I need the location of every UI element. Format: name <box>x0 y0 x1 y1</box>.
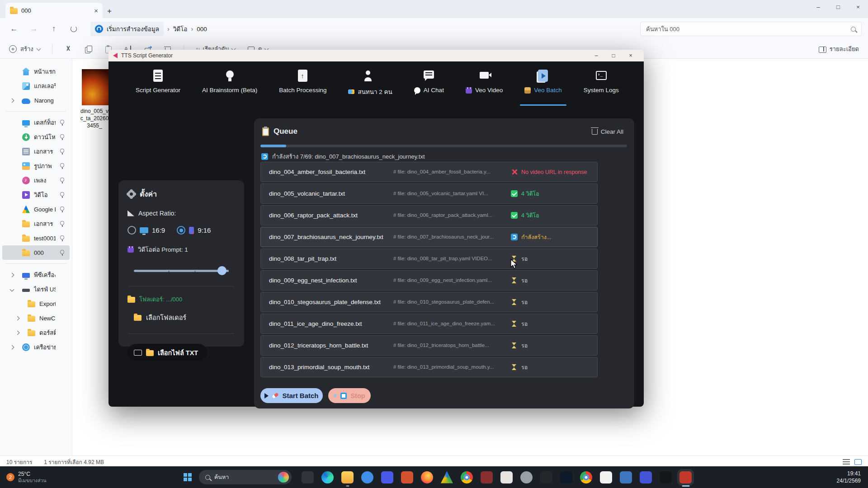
theater-masks-icon <box>348 89 354 95</box>
taskbar-app-icon[interactable] <box>481 471 493 483</box>
taskbar-app-icon[interactable] <box>520 471 533 483</box>
sidebar-item[interactable]: NewChannel <box>2 311 70 325</box>
minimize-button[interactable]: – <box>808 0 828 14</box>
sidebar-item[interactable]: เครือข่าย <box>2 340 70 354</box>
aspect-16-9-option[interactable]: 16:9 <box>127 226 165 235</box>
taskbar-app-icon[interactable] <box>321 471 334 483</box>
dialog-maximize-button[interactable]: □ <box>605 50 622 61</box>
chevron-icon[interactable] <box>10 287 14 291</box>
maximize-button[interactable]: □ <box>828 0 848 14</box>
taskbar-app-icon[interactable] <box>540 471 552 483</box>
sidebar-item[interactable]: เดสก์ท็อป <box>2 115 70 130</box>
taskbar-app-icon[interactable] <box>381 471 393 483</box>
taskbar-app-icon[interactable] <box>560 471 572 483</box>
chevron-icon[interactable] <box>10 272 14 277</box>
tab-system-logs[interactable]: System Logs <box>573 69 630 105</box>
sidebar-item[interactable]: แกลเลอรี <box>2 79 70 93</box>
sidebar-item[interactable]: วิดีโอ <box>2 188 70 202</box>
dialog-title-bar[interactable]: TTS Script Generator – □ × <box>108 50 644 61</box>
breadcrumb-item-video[interactable]: วิดีโอ <box>173 24 188 34</box>
sidebar-item[interactable]: หน้าแรก <box>2 64 70 79</box>
start-button[interactable] <box>184 473 187 477</box>
explorer-search-input[interactable]: ค้นหาใน 000 <box>640 22 862 36</box>
dialog-close-button[interactable]: × <box>622 50 639 61</box>
dialog-minimize-button[interactable]: – <box>588 50 605 61</box>
choose-txt-files-button[interactable]: เลือกไฟล์ TXT <box>127 344 207 361</box>
taskbar-search-input[interactable]: ค้นหา <box>199 470 292 484</box>
file-thumbnail[interactable] <box>82 69 109 105</box>
slider-knob[interactable] <box>217 266 226 275</box>
refresh-button[interactable] <box>66 21 81 37</box>
sidebar-item[interactable]: ดาวน์โหลด <box>2 130 70 144</box>
taskbar-app-icon[interactable] <box>660 471 672 483</box>
copilot-icon[interactable] <box>278 472 289 483</box>
radio-selected-icon[interactable] <box>177 226 185 235</box>
sidebar-item[interactable]: Narong - ส่วนบุคคล <box>2 93 70 108</box>
stop-button[interactable]: Stop <box>328 388 371 403</box>
list-view-toggle-icon[interactable] <box>843 459 850 465</box>
sidebar-item[interactable]: test0001 <box>2 231 70 245</box>
chevron-icon[interactable] <box>10 98 14 103</box>
close-button[interactable]: × <box>848 0 868 14</box>
chevron-icon[interactable] <box>15 330 20 335</box>
chevron-icon[interactable] <box>15 316 20 320</box>
forward-button[interactable]: → <box>26 21 42 37</box>
explorer-tab[interactable]: 000 × <box>5 3 103 18</box>
back-button[interactable]: ← <box>6 21 22 37</box>
taskbar-weather-widget[interactable]: 2 25°C มีเมฆบางส่วน <box>0 471 52 483</box>
taskbar-app-icon[interactable] <box>620 471 632 483</box>
start-batch-button[interactable]: Start Batch <box>260 388 323 403</box>
taskbar-app-icon[interactable] <box>640 471 652 483</box>
aspect-9-16-option[interactable]: 9:16 <box>177 226 211 235</box>
queue-panel: Queue Clear All กำลังสร้าง 7/69: dino_00… <box>254 118 634 408</box>
details-pane-button[interactable]: รายละเอียด <box>818 44 859 54</box>
new-button[interactable]: + สร้าง <box>9 44 40 54</box>
taskbar-app-icon[interactable] <box>600 471 612 483</box>
taskbar-clock[interactable]: 19:41 24/1/2569 <box>837 470 868 484</box>
tab-script-generator[interactable]: Script Generator <box>125 69 191 105</box>
cut-button[interactable] <box>64 45 72 53</box>
breadcrumb-backup-item[interactable]: เริ่มการสำรองข้อมูล <box>90 22 164 36</box>
tab-ai-brainstorm[interactable]: AI Brainstorm (Beta) <box>191 69 268 105</box>
breadcrumb-item-current[interactable]: 000 <box>197 26 207 33</box>
sidebar-item-icon <box>28 330 35 336</box>
clear-all-button[interactable]: Clear All <box>592 128 623 135</box>
videos-per-prompt-slider[interactable] <box>134 266 229 275</box>
tab-veo-batch[interactable]: Veo Batch <box>514 69 573 105</box>
taskbar-app-icon[interactable] <box>679 471 692 483</box>
copy-button[interactable] <box>84 45 92 53</box>
taskbar-app-icon[interactable] <box>401 471 413 483</box>
sidebar-item[interactable]: เอกสาร <box>2 216 70 231</box>
radio-unselected-icon[interactable] <box>127 226 136 235</box>
sidebar-item[interactable]: ดอร์สติ๊กต๊อก2026 <box>2 325 70 340</box>
tab-batch-processing[interactable]: Batch Processing <box>268 69 337 105</box>
up-button[interactable]: ↑ <box>46 21 61 37</box>
sidebar-item[interactable]: เอกสาร <box>2 144 70 159</box>
taskbar-app-icon[interactable] <box>580 471 592 483</box>
sidebar-item[interactable]: ไดรฟ์ USB (D:) <box>2 282 70 296</box>
tab-ai-chat[interactable]: AI Chat <box>403 69 455 105</box>
slider-track[interactable] <box>134 270 229 272</box>
tab-two-person-chat[interactable]: สนทนา 2 คน <box>337 69 403 105</box>
sidebar-item[interactable]: เพลง <box>2 173 70 188</box>
taskbar-app-icon[interactable] <box>361 471 373 483</box>
chevron-icon[interactable] <box>10 345 14 349</box>
large-view-toggle-icon[interactable] <box>854 459 862 465</box>
taskbar-app-icon[interactable] <box>441 471 453 483</box>
tab-close-icon[interactable]: × <box>94 7 98 14</box>
new-tab-button[interactable]: + <box>103 5 116 18</box>
sidebar-item[interactable]: Google Drive (G: <box>2 202 70 216</box>
taskbar-app-icon[interactable] <box>500 471 513 483</box>
taskbar-app-icon[interactable] <box>341 471 354 483</box>
sidebar-item[interactable]: ExportNewChanel <box>2 296 70 311</box>
queue-status-icon <box>511 299 518 305</box>
sidebar-item-icon <box>22 68 30 75</box>
taskbar-app-icon[interactable] <box>302 471 314 483</box>
taskbar-app-icon[interactable] <box>461 471 473 483</box>
taskbar-app-icon[interactable] <box>421 471 433 483</box>
tab-veo-video[interactable]: Veo Video <box>455 69 514 105</box>
sidebar-item[interactable]: พีซีเครื่องนี้ <box>2 267 70 282</box>
sidebar-item[interactable]: 000 <box>2 245 70 260</box>
sidebar-item[interactable]: รูปภาพ <box>2 159 70 173</box>
choose-folder-button[interactable]: เลือกโฟลเดอร์ <box>134 312 235 323</box>
